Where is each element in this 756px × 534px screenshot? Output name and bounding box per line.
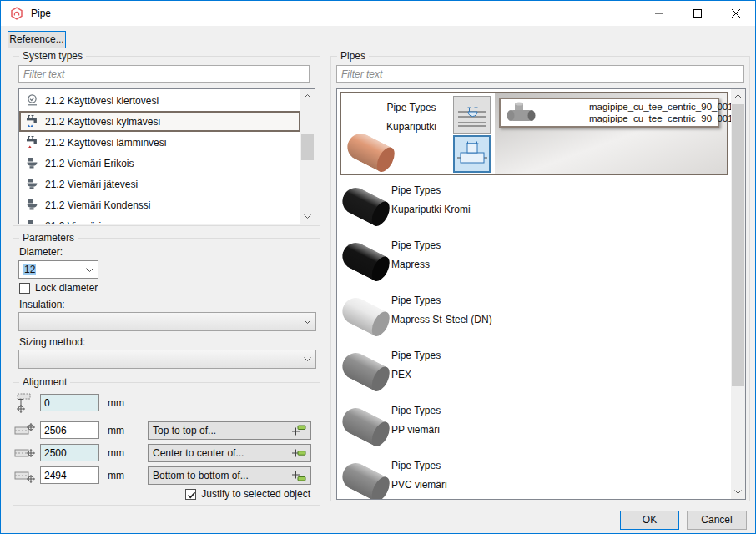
maximize-button[interactable]	[678, 1, 717, 25]
system-type-row[interactable]: 21.2 Viemäri rasva	[19, 215, 300, 224]
pipe-item-title: Pipe Types	[391, 295, 492, 306]
toilet-icon	[25, 219, 39, 224]
pipe-item-title: Pipe Types	[391, 405, 441, 416]
pipe-dialog: Pipe Reference... System types	[0, 0, 756, 534]
lock-diameter-checkbox[interactable]: Lock diameter	[19, 282, 98, 294]
branch-connection-button[interactable]	[453, 96, 491, 134]
toilet-icon	[25, 156, 39, 170]
offset-input[interactable]	[40, 394, 99, 411]
pipe-item-name: PP viemäri	[391, 424, 441, 436]
pipe-item-title: Pipe Types	[391, 184, 471, 196]
close-button[interactable]	[717, 1, 755, 25]
parameters-label: Parameters	[19, 232, 78, 244]
diameter-label: Diameter:	[19, 246, 63, 258]
fittings-panel: magipipe_cu_tee_centric_90_001 magipipe_…	[495, 93, 727, 174]
cancel-button[interactable]: Cancel	[687, 511, 747, 530]
pipe-cylinder-image	[345, 130, 398, 174]
fitting-selection[interactable]: magipipe_cu_tee_centric_90_001 magipipe_…	[499, 98, 719, 128]
top-offset-input[interactable]	[40, 421, 99, 439]
chevron-down-icon	[86, 268, 93, 272]
system-type-row[interactable]: 21.2 Käyttövesi kiertovesi	[19, 90, 300, 111]
pipe-item-name: Kupariputki	[371, 121, 451, 133]
chevron-down-icon	[304, 357, 311, 361]
pipe-item-name: PVC viemäri	[391, 479, 447, 491]
pipes-filter-input[interactable]	[336, 65, 744, 83]
window-title: Pipe	[31, 8, 51, 19]
pipe-item[interactable]: Pipe Types Kupariputki Kromi	[338, 178, 730, 233]
bottom-to-bottom-button[interactable]: Bottom to bottom of...	[148, 466, 311, 485]
pipe-item-title: Pipe Types	[391, 350, 441, 361]
system-type-row-selected[interactable]: 21.2 Käyttövesi kylmävesi	[19, 111, 300, 132]
pipe-item[interactable]: Pipe Types Mapress St-Steel (DN)	[338, 288, 730, 343]
scrollbar-thumb[interactable]	[732, 104, 744, 386]
diameter-value: 12	[23, 264, 36, 275]
tee-connection-button[interactable]	[453, 135, 491, 173]
pipe-item[interactable]: Pipe Types PVC viemäri	[338, 453, 730, 500]
diameter-combobox[interactable]: 12	[18, 260, 98, 279]
scroll-up-icon[interactable]	[731, 89, 745, 103]
system-type-row[interactable]: 21.2 Viemäri Kondenssi	[19, 194, 300, 215]
alignment-label: Alignment	[19, 376, 70, 388]
pipe-cylinder-image	[340, 295, 393, 338]
faucet-cold-icon	[25, 114, 39, 128]
center-offset-input[interactable]	[40, 444, 99, 461]
align-center-target-icon	[292, 446, 306, 460]
system-types-group: System types 21.2 Käyttövesi kiertovesi	[13, 56, 320, 226]
pipe-branch-icon	[456, 99, 488, 131]
pipe-item-title: Pipe Types	[371, 102, 451, 113]
system-type-row[interactable]: 21.2 Käyttövesi lämminvesi	[19, 132, 300, 153]
pipe-cylinder-image	[340, 239, 393, 283]
pipe-item[interactable]: Pipe Types PP viemäri	[338, 398, 730, 453]
parameters-group: Parameters Diameter: 12 Lock diameter In…	[13, 238, 320, 370]
minimize-button[interactable]	[640, 1, 678, 25]
pipe-item-selected[interactable]: Pipe Types Kupariputki	[340, 92, 728, 175]
system-types-scrollbar[interactable]	[300, 89, 315, 224]
top-to-top-button[interactable]: Top to top of...	[148, 421, 311, 440]
toilet-icon	[25, 177, 39, 191]
checkbox-checked-icon	[185, 489, 196, 500]
pipe-item-name: Mapress	[391, 259, 441, 270]
center-to-center-button[interactable]: Center to center of...	[148, 444, 311, 462]
scroll-down-icon[interactable]	[300, 209, 315, 224]
insulation-combobox[interactable]	[18, 312, 316, 331]
tee-fitting-3d-icon	[504, 101, 537, 124]
scroll-up-icon[interactable]	[300, 89, 315, 103]
insulation-label: Insulation:	[19, 299, 65, 310]
pipe-tee-icon	[456, 139, 488, 170]
justify-checkbox[interactable]: Justify to selected object	[185, 488, 310, 500]
reference-button[interactable]: Reference...	[8, 31, 66, 48]
circulation-icon	[25, 93, 39, 108]
ok-button[interactable]: OK	[620, 511, 679, 530]
pipe-item-title: Pipe Types	[391, 460, 447, 471]
pipe-item[interactable]: Pipe Types PEX	[338, 343, 730, 398]
align-bottom-ref-icon	[14, 465, 36, 486]
bottom-offset-input[interactable]	[40, 466, 99, 484]
pipe-cylinder-image	[340, 460, 393, 500]
pipe-item-name: Mapress St-Steel (DN)	[391, 314, 492, 325]
align-bottom-target-icon	[292, 469, 306, 482]
fitting-name: magipipe_cu_tee_centric_90_001	[589, 113, 733, 124]
system-type-row[interactable]: 21.2 Viemäri Erikois	[19, 153, 300, 174]
offset-dimension-icon	[14, 392, 36, 414]
pipe-cylinder-image	[340, 405, 393, 448]
pipes-label: Pipes	[337, 50, 369, 62]
align-center-ref-icon	[14, 442, 36, 464]
fitting-name: magipipe_cu_tee_centric_90_001	[589, 101, 733, 113]
pipes-group: Pipes Pipe Types Kupariputki	[330, 56, 750, 501]
pipe-cylinder-image	[340, 184, 393, 228]
app-icon	[10, 7, 23, 20]
system-types-list: 21.2 Käyttövesi kiertovesi 21.2 Käyttöve…	[18, 88, 315, 224]
scrollbar-thumb[interactable]	[301, 134, 314, 160]
align-top-ref-icon	[14, 420, 36, 441]
scroll-down-icon[interactable]	[731, 485, 745, 499]
align-top-target-icon	[292, 424, 306, 437]
pipe-cylinder-image	[340, 350, 393, 393]
pipes-scrollbar[interactable]	[731, 89, 745, 499]
pipes-list: Pipe Types Kupariputki	[336, 88, 746, 500]
checkbox-unchecked-icon	[19, 283, 30, 294]
system-types-filter-input[interactable]	[18, 65, 310, 83]
sizing-method-combobox[interactable]	[18, 350, 316, 369]
pipe-item-title: Pipe Types	[391, 239, 441, 251]
pipe-item[interactable]: Pipe Types Mapress	[338, 233, 730, 288]
system-type-row[interactable]: 21.2 Viemäri jätevesi	[19, 174, 300, 194]
